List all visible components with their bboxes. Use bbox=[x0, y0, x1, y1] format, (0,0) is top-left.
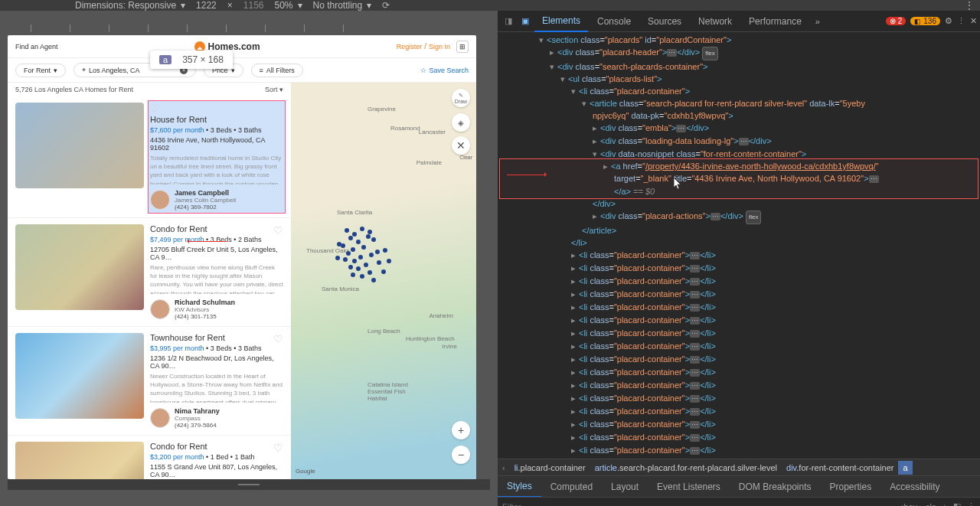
element-inspect-tooltip: a 357 × 168 bbox=[150, 51, 233, 69]
filter-bar: For Rent ▾ ⌖ Los Angeles, CA × Price ▾ ≡… bbox=[8, 58, 476, 83]
tab-properties[interactable]: Properties bbox=[821, 477, 881, 497]
bookmark-icon: ☆ bbox=[420, 67, 426, 74]
elements-tree[interactable]: ▾<section class="placards" id="placardCo… bbox=[498, 32, 980, 459]
kebab-menu-icon[interactable]: ⋮ bbox=[965, 0, 974, 11]
find-agent-link[interactable]: Find an Agent bbox=[15, 43, 58, 51]
register-link[interactable]: Register bbox=[397, 43, 423, 51]
dom-breadcrumb[interactable]: ‹ li.placard-container article.search-pl… bbox=[498, 459, 980, 475]
listing-address: 12705 Bluff Creek Dr Unit 5, Los Angeles… bbox=[150, 246, 283, 261]
inspect-icon[interactable]: ◨ bbox=[501, 14, 516, 29]
tab-sources[interactable]: Sources bbox=[640, 11, 689, 31]
breadcrumb-item[interactable]: div.for-rent-content-container bbox=[782, 463, 898, 472]
kebab-menu-icon[interactable]: ⋮ bbox=[957, 16, 965, 26]
save-search-button[interactable]: ☆Save Search bbox=[420, 67, 469, 74]
agent-company: James Colin Campbell bbox=[175, 197, 236, 204]
tooltip-size: 357 × 168 bbox=[182, 54, 224, 65]
favorite-icon[interactable]: ♡ bbox=[273, 333, 283, 345]
warning-count-badge[interactable]: 136 bbox=[910, 17, 940, 25]
throttling-dropdown[interactable]: No throttling ▾ bbox=[313, 0, 372, 11]
result-count: 5,726 Los Angeles CA Homes for Rent bbox=[15, 86, 133, 93]
zoom-in-button[interactable]: + bbox=[452, 421, 470, 439]
tab-elements[interactable]: Elements bbox=[534, 11, 588, 32]
breadcrumb-item-active[interactable]: a bbox=[898, 461, 912, 475]
listing-description: Rare, penthouse view home along Bluff Cr… bbox=[150, 263, 283, 294]
listing-card[interactable]: ♡ Condo for Rent $7,499 per month • 3 Be… bbox=[8, 218, 291, 327]
resize-handle[interactable] bbox=[8, 479, 490, 490]
agent-phone: (424) 369-7802 bbox=[175, 204, 236, 211]
listing-description: Totally remodeled traditional home in St… bbox=[150, 154, 283, 184]
listing-title: House for Rent bbox=[150, 115, 283, 124]
tab-network[interactable]: Network bbox=[691, 11, 740, 31]
tab-event-listeners[interactable]: Event Listeners bbox=[648, 477, 730, 497]
devtools-panel: ◨ ▣ Elements Console Sources Network Per… bbox=[498, 11, 980, 506]
site-header: Find an Agent Homes.com Register / Sign … bbox=[8, 35, 476, 58]
clear-map-button[interactable]: ✕ bbox=[452, 136, 470, 155]
agent-avatar bbox=[150, 299, 170, 319]
annotation-arrow bbox=[188, 241, 227, 242]
agent-name: James Campbell bbox=[175, 189, 236, 197]
draw-button[interactable]: ✎Draw bbox=[452, 89, 470, 107]
styles-tabbar: Styles Computed Layout Event Listeners D… bbox=[498, 475, 980, 497]
listing-card[interactable]: ♡ House for Rent $7,600 per month • 3 Be… bbox=[8, 96, 291, 218]
listing-price: $7,600 per month bbox=[150, 126, 204, 134]
rent-type-filter[interactable]: For Rent ▾ bbox=[15, 64, 66, 77]
zoom-dropdown[interactable]: 50% ▾ bbox=[274, 0, 302, 11]
tab-console[interactable]: Console bbox=[590, 11, 639, 31]
listing-photo[interactable] bbox=[15, 224, 144, 310]
error-count-badge[interactable]: 2 bbox=[886, 17, 906, 25]
layers-button[interactable]: ◈ bbox=[452, 113, 470, 132]
all-filters-button[interactable]: ≡ All Filters bbox=[251, 64, 303, 77]
tab-accessibility[interactable]: Accessibility bbox=[880, 477, 949, 497]
tab-computed[interactable]: Computed bbox=[541, 477, 602, 497]
dimension-separator: × bbox=[227, 0, 233, 11]
more-tabs-icon[interactable]: » bbox=[811, 17, 825, 26]
map-view[interactable]: ✎Draw ◈ ✕ Clear + − Lancaster Palmdale S… bbox=[291, 83, 476, 479]
listing-beds: 3 Beds bbox=[211, 126, 232, 134]
viewport-height[interactable]: 1156 bbox=[243, 0, 264, 11]
device-preview-pane: a 357 × 168 Find an Agent Homes.com Regi… bbox=[0, 11, 498, 506]
dimensions-dropdown[interactable]: Dimensions: Responsive ▾ bbox=[75, 0, 185, 11]
cls-toggle[interactable]: .cls bbox=[923, 502, 936, 507]
listing-title: Condo for Rent bbox=[150, 224, 283, 233]
breadcrumb-scroll-left[interactable]: ‹ bbox=[498, 463, 510, 472]
favorite-icon[interactable]: ♡ bbox=[150, 103, 160, 115]
tab-styles[interactable]: Styles bbox=[498, 476, 541, 498]
selected-dom-node[interactable]: ▸<a href="/property/4436-irvine-ave-nort… bbox=[501, 160, 977, 198]
account-icon[interactable]: ⊞ bbox=[456, 41, 469, 53]
breadcrumb-item[interactable]: li.placard-container bbox=[510, 463, 590, 472]
listing-photo[interactable] bbox=[15, 333, 144, 419]
map-markers[interactable] bbox=[329, 220, 421, 312]
device-toggle-icon[interactable]: ▣ bbox=[518, 14, 533, 29]
listing-price: $7,499 per month bbox=[150, 236, 204, 243]
favorite-icon[interactable]: ♡ bbox=[273, 224, 283, 237]
chevron-down-icon: ▾ bbox=[54, 67, 57, 74]
gear-icon[interactable]: ⚙ bbox=[945, 16, 952, 26]
rotate-icon[interactable]: ⟳ bbox=[382, 0, 390, 11]
filter-input[interactable] bbox=[502, 502, 895, 507]
filter-icon: ≡ bbox=[260, 67, 263, 74]
tab-performance[interactable]: Performance bbox=[741, 11, 809, 31]
tab-layout[interactable]: Layout bbox=[602, 477, 648, 497]
tab-dom-breakpoints[interactable]: DOM Breakpoints bbox=[730, 477, 821, 497]
close-icon[interactable]: ✕ bbox=[970, 16, 977, 26]
toggle-icon[interactable]: ◧ bbox=[953, 501, 961, 506]
listing-photo[interactable] bbox=[15, 442, 144, 479]
agent-avatar bbox=[150, 190, 170, 210]
pin-icon: ⌖ bbox=[82, 66, 86, 74]
styles-filter-bar: :hov .cls + ◧ ⋮ bbox=[498, 497, 980, 506]
breadcrumb-item[interactable]: article.search-placard.for-rent-placard.… bbox=[590, 463, 782, 472]
listing-card[interactable]: ♡ Townhouse for Rent $3,995 per month • … bbox=[8, 327, 291, 436]
zoom-out-button[interactable]: − bbox=[452, 446, 470, 464]
favorite-icon[interactable]: ♡ bbox=[273, 442, 283, 454]
listing-photo[interactable] bbox=[15, 103, 144, 188]
more-icon[interactable]: ⋮ bbox=[967, 501, 975, 506]
listing-card[interactable]: ♡ Condo for Rent $3,200 per month • 1 Be… bbox=[8, 436, 291, 479]
agent-avatar bbox=[150, 408, 170, 428]
annotation-arrow bbox=[507, 175, 545, 175]
sort-dropdown[interactable]: Sort ▾ bbox=[265, 86, 283, 93]
signin-link[interactable]: Sign In bbox=[429, 43, 450, 51]
hov-toggle[interactable]: :hov bbox=[901, 502, 917, 507]
viewport-width[interactable]: 1222 bbox=[196, 0, 217, 11]
new-style-icon[interactable]: + bbox=[942, 502, 947, 507]
results-column: 5,726 Los Angeles CA Homes for Rent Sort… bbox=[8, 83, 291, 479]
